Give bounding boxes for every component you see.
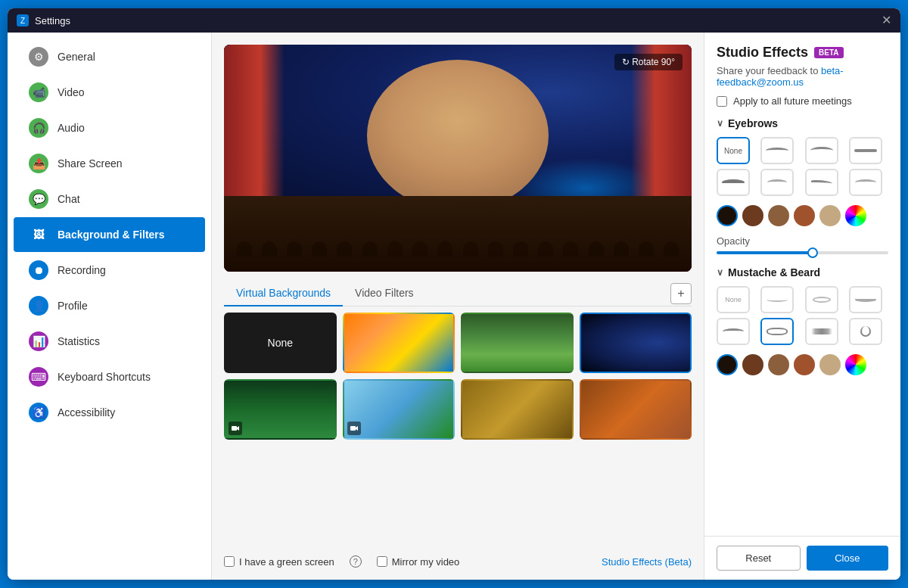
eyebrow-color-medium-brown[interactable]	[794, 205, 815, 226]
none-label: None	[268, 337, 293, 349]
titlebar: Z Settings ✕	[8, 8, 900, 33]
mustache-style-6[interactable]	[805, 318, 838, 345]
sidebar-item-general[interactable]: ⚙General	[14, 39, 205, 74]
eyebrow-color-black[interactable]	[717, 205, 738, 226]
mustache-goatee-icon	[860, 326, 871, 337]
sidebar-item-recording[interactable]: ⏺Recording	[14, 253, 205, 288]
eyebrow-style-7[interactable]	[849, 169, 882, 196]
mustache-none[interactable]: None	[717, 286, 750, 313]
sidebar-label-statistics: Statistics	[58, 335, 100, 347]
brow-soft-icon	[855, 179, 876, 185]
mustache-style-1[interactable]	[760, 286, 794, 313]
sidebar-item-keyboard[interactable]: ⌨Keyboard Shortcuts	[14, 359, 205, 394]
eyebrow-color-rainbow[interactable]	[845, 205, 866, 226]
bottom-options: I have a green screen ? Mirror my video …	[224, 546, 692, 568]
green-screen-label[interactable]: I have a green screen	[224, 556, 334, 568]
background-game[interactable]	[461, 379, 574, 440]
brow-thick-icon	[722, 179, 745, 185]
eyebrow-style-1[interactable]	[760, 137, 794, 164]
background-beach[interactable]	[343, 379, 456, 440]
sidebar-item-share-screen[interactable]: 📤Share Screen	[14, 146, 205, 181]
background-none[interactable]: None	[224, 313, 337, 373]
sidebar-item-background[interactable]: 🖼Background & Filters	[14, 217, 205, 252]
sidebar-item-chat[interactable]: 💬Chat	[14, 182, 205, 216]
mustache-brush-icon	[811, 328, 832, 334]
green-screen-checkbox[interactable]	[224, 556, 235, 567]
sidebar-label-recording: Recording	[58, 264, 106, 276]
eyebrow-style-4[interactable]	[717, 169, 750, 196]
background-golden-gate[interactable]	[343, 313, 456, 373]
background-space[interactable]	[580, 313, 692, 373]
mustache-full-icon	[767, 328, 788, 335]
keyboard-icon: ⌨	[29, 367, 48, 387]
eyebrow-style-6[interactable]	[805, 169, 838, 196]
apply-checkbox[interactable]	[717, 96, 727, 107]
tab-virtual-backgrounds[interactable]: Virtual Backgrounds	[224, 281, 343, 306]
mustache-style-7[interactable]	[849, 318, 882, 345]
background-nature[interactable]	[461, 313, 574, 373]
chevron-down-icon: ∨	[717, 118, 723, 129]
window-title: Settings	[35, 15, 70, 26]
brow-arch-icon	[810, 147, 833, 154]
rotate-button[interactable]: ↻ Rotate 90°	[614, 54, 683, 70]
mustache-section-header[interactable]: ∨ Mustache & Beard	[717, 266, 888, 278]
sidebar-item-statistics[interactable]: 📊Statistics	[14, 324, 205, 359]
sidebar-label-video: Video	[58, 86, 85, 98]
eyebrow-style-2[interactable]	[805, 137, 838, 164]
mustache-style-2[interactable]	[805, 286, 838, 313]
settings-window: Z Settings ✕ ⚙General📹Video🎧Audio📤Share …	[8, 8, 900, 580]
feedback-text: Share your feedback to beta-feedback@zoo…	[717, 65, 888, 88]
brow-thin-icon	[767, 179, 787, 185]
background-grid: None	[224, 313, 692, 440]
close-button[interactable]: Close	[807, 546, 889, 571]
sidebar-label-accessibility: Accessibility	[58, 406, 115, 418]
mustache-oval-icon	[813, 297, 831, 303]
eyebrows-section-header[interactable]: ∨ Eyebrows	[717, 117, 888, 129]
sidebar-label-general: General	[58, 51, 95, 63]
opacity-slider[interactable]	[717, 251, 888, 254]
eyebrow-none-label: None	[724, 147, 742, 155]
studio-effects-link[interactable]: Studio Effects (Beta)	[602, 556, 692, 568]
mustache-color-tan[interactable]	[819, 354, 841, 375]
mirror-label[interactable]: Mirror my video	[377, 556, 460, 568]
slider-thumb[interactable]	[807, 247, 818, 258]
mustache-style-4[interactable]	[717, 318, 750, 345]
sidebar-item-accessibility[interactable]: ♿Accessibility	[14, 395, 205, 430]
statistics-icon: 📊	[29, 331, 48, 351]
accessibility-icon: ♿	[29, 403, 48, 422]
theater-bottom	[224, 196, 692, 272]
sidebar-label-audio: Audio	[58, 122, 85, 134]
sidebar-item-video[interactable]: 📹Video	[14, 75, 205, 110]
sidebar-label-background: Background & Filters	[58, 229, 165, 241]
mustache-curly-icon	[723, 328, 744, 334]
video-icon: 📹	[29, 82, 48, 102]
sidebar-item-audio[interactable]: 🎧Audio	[14, 110, 205, 145]
eyebrow-style-3[interactable]	[849, 137, 882, 164]
background-room[interactable]	[580, 379, 692, 440]
green-screen-text: I have a green screen	[239, 556, 334, 568]
tab-video-filters[interactable]: Video Filters	[343, 281, 426, 306]
mustache-style-3[interactable]	[849, 286, 882, 313]
add-background-button[interactable]: +	[670, 283, 692, 304]
recording-icon: ⏺	[29, 260, 48, 280]
eyebrow-none[interactable]: None	[717, 137, 750, 164]
background-aurora[interactable]	[224, 379, 337, 440]
mustache-color-black[interactable]	[717, 354, 738, 375]
mustache-grid: None	[717, 286, 888, 345]
eyebrow-color-tan[interactable]	[819, 205, 841, 226]
eyebrow-color-brown[interactable]	[768, 205, 789, 226]
mirror-checkbox[interactable]	[377, 556, 387, 567]
help-icon[interactable]: ?	[350, 555, 362, 568]
mustache-color-brown[interactable]	[768, 354, 789, 375]
chevron-down-icon-2: ∨	[717, 267, 723, 278]
close-window-button[interactable]: ✕	[882, 14, 891, 26]
mustache-style-5[interactable]	[760, 318, 794, 345]
mustache-color-medium-brown[interactable]	[794, 354, 815, 375]
mustache-color-dark-brown[interactable]	[742, 354, 763, 375]
eyebrow-color-dark-brown[interactable]	[742, 205, 763, 226]
mustache-color-rainbow[interactable]	[845, 354, 866, 375]
sidebar-label-keyboard: Keyboard Shortcuts	[58, 371, 151, 383]
eyebrow-style-5[interactable]	[760, 169, 794, 196]
reset-button[interactable]: Reset	[717, 546, 801, 571]
sidebar-item-profile[interactable]: 👤Profile	[14, 288, 205, 323]
